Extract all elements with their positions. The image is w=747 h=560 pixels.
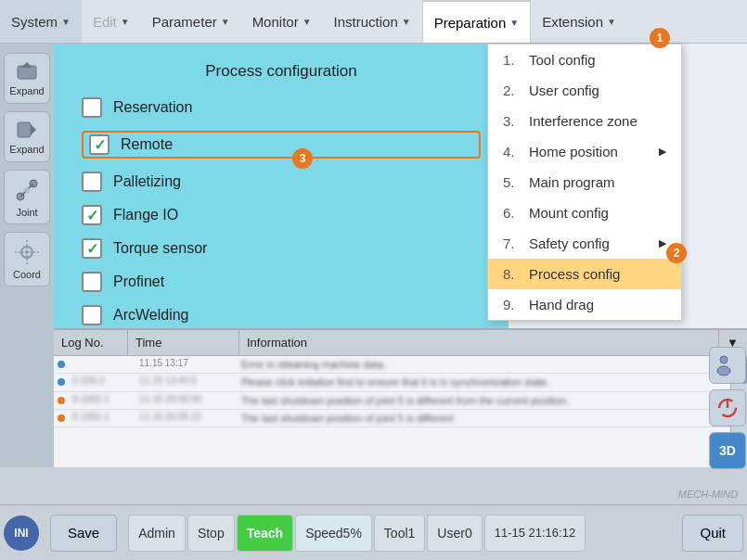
sidebar-coord[interactable]: Coord [4, 232, 50, 286]
menu-monitor-arrow: ▼ [303, 17, 312, 27]
arcwelding-checkbox[interactable] [82, 305, 102, 325]
menu-edit[interactable]: Edit ▼ [82, 0, 141, 43]
expand-left-icon [14, 119, 40, 141]
checkbox-reservation[interactable]: Reservation [82, 97, 481, 118]
menu-preparation[interactable]: Preparation ▼ [422, 0, 531, 43]
dropdown-process-config[interactable]: 8. Process config [488, 259, 681, 289]
right-btn-3d[interactable]: 3D [709, 432, 746, 469]
status-speed[interactable]: Speed5% [295, 515, 372, 552]
log-row-0: 11.15 13:17 Error in obtaining machine d… [54, 356, 747, 374]
badge-1: 1 [650, 28, 670, 48]
badge-3: 3 [292, 148, 313, 169]
checkbox-profinet[interactable]: Profinet [82, 272, 481, 292]
coord-icon [13, 238, 41, 266]
left-sidebar: Expand Expand Joint Coord [0, 44, 54, 467]
menu-parameter[interactable]: Parameter ▼ [141, 0, 241, 43]
checkbox-remote[interactable]: Remote [82, 131, 481, 159]
torque-sensor-checkbox[interactable] [82, 238, 102, 259]
log-header-info: Information [239, 330, 719, 355]
sidebar-joint[interactable]: Joint [4, 170, 50, 224]
status-tool[interactable]: Tool1 [374, 515, 425, 552]
status-admin[interactable]: Admin [128, 515, 186, 552]
save-button[interactable]: Save [50, 515, 117, 552]
checkbox-palletizing[interactable]: Palletizing [82, 172, 481, 192]
expand-up-icon [14, 60, 40, 83]
right-btn-people[interactable] [709, 347, 746, 384]
status-bar: INI Save Admin Stop Teach Speed5% Tool1 … [0, 504, 747, 560]
menu-bar: System ▼ Edit ▼ Parameter ▼ Monitor ▼ In… [0, 0, 747, 44]
log-dot-0 [58, 361, 65, 368]
svg-marker-3 [31, 124, 36, 135]
dropdown-mount-config[interactable]: 6. Mount config [488, 197, 681, 228]
log-cell-logno-2: 0-1002-1 [69, 394, 135, 404]
power-icon [715, 395, 741, 421]
dropdown-main-program[interactable]: 5. Main program [488, 167, 681, 197]
log-cell-time-2: 11-15 20:00:00 [135, 394, 238, 404]
menu-monitor[interactable]: Monitor ▼ [241, 0, 323, 43]
log-dot-1 [58, 378, 65, 386]
log-cell-time-3: 11-15 20:05:22 [135, 412, 238, 422]
dropdown-safety-config[interactable]: 7. Safety config ▶ [488, 228, 681, 259]
menu-extension[interactable]: Extension ▼ [531, 0, 627, 43]
log-cell-info-0: Error in obtaining machine data. [238, 358, 747, 371]
svg-point-13 [717, 366, 730, 375]
status-stop[interactable]: Stop [187, 515, 235, 552]
log-dot-2 [58, 397, 65, 404]
right-sidebar: 3D [705, 343, 747, 473]
dropdown-hand-drag[interactable]: 9. Hand drag [488, 289, 681, 320]
dropdown-home-position[interactable]: 4. Home position ▶ [488, 136, 681, 167]
menu-preparation-arrow: ▼ [509, 18, 519, 28]
status-teach[interactable]: Teach [237, 515, 293, 552]
joint-icon [13, 176, 41, 204]
flange-io-checkbox[interactable] [82, 205, 102, 225]
dropdown-tool-config[interactable]: 1. Tool config [488, 45, 681, 75]
palletizing-checkbox[interactable] [82, 172, 102, 192]
menu-extension-arrow: ▼ [607, 17, 616, 27]
log-cell-logno-3: 0-1002-1 [69, 412, 135, 422]
sidebar-expand-up[interactable]: Expand [4, 53, 50, 104]
log-row-2: 0-1002-1 11-15 20:00:00 The last shutdow… [54, 392, 747, 410]
log-area: Log No. Time Information ▼ 11.15 13:17 E… [54, 328, 747, 467]
log-cell-info-3: The last shutdown position of joint 5 is… [238, 412, 747, 425]
menu-system[interactable]: System ▼ [0, 0, 82, 43]
log-cell-time-1: 11-15 13:43:5 [135, 375, 238, 386]
menu-parameter-arrow: ▼ [221, 17, 230, 27]
preparation-dropdown: 1. Tool config 2. User config 3. Interfe… [487, 44, 682, 321]
log-content: 11.15 13:17 Error in obtaining machine d… [54, 356, 747, 467]
svg-rect-2 [18, 122, 31, 137]
log-cell-logno-1: 2-020-2 [69, 375, 135, 386]
home-position-arrow: ▶ [659, 146, 666, 158]
log-header: Log No. Time Information ▼ [54, 330, 747, 356]
sidebar-expand-left[interactable]: Expand [4, 111, 50, 162]
safety-config-arrow: ▶ [659, 237, 666, 249]
svg-point-12 [720, 356, 728, 363]
svg-marker-1 [21, 62, 32, 68]
log-cell-time-0: 11.15 13:17 [135, 358, 238, 368]
remote-checkbox[interactable] [89, 134, 109, 155]
people-icon [715, 352, 741, 378]
menu-edit-arrow: ▼ [121, 17, 130, 27]
status-user[interactable]: User0 [427, 515, 482, 552]
log-header-time: Time [128, 330, 239, 355]
panel-title: Process configuration [82, 62, 481, 81]
reservation-checkbox[interactable] [82, 97, 102, 118]
quit-button[interactable]: Quit [682, 515, 743, 552]
svg-point-7 [24, 187, 30, 193]
ini-badge[interactable]: INI [4, 515, 39, 551]
checkbox-flange-io[interactable]: Flange IO [82, 205, 481, 225]
log-header-logno: Log No. [54, 330, 128, 355]
dropdown-interference-zone[interactable]: 3. Interference zone [488, 106, 681, 136]
log-dot-3 [58, 414, 65, 422]
log-cell-info-2: The last shutdown position of joint 5 is… [238, 394, 747, 407]
checkbox-torque-sensor[interactable]: Torque sensor [82, 238, 481, 259]
dropdown-user-config[interactable]: 2. User config [488, 75, 681, 106]
log-row-3: 0-1002-1 11-15 20:05:22 The last shutdow… [54, 410, 747, 427]
svg-rect-0 [18, 66, 36, 79]
status-datetime: 11-15 21:16:12 [484, 515, 586, 552]
menu-instruction-arrow: ▼ [402, 17, 411, 27]
profinet-checkbox[interactable] [82, 272, 102, 292]
menu-instruction[interactable]: Instruction ▼ [323, 0, 422, 43]
checkbox-arcwelding[interactable]: ArcWelding [82, 305, 481, 325]
menu-system-arrow: ▼ [61, 17, 71, 27]
right-btn-power[interactable] [709, 389, 746, 426]
